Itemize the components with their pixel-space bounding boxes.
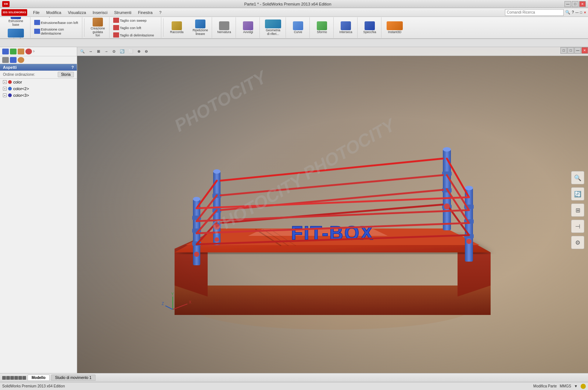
nervatura-icon — [219, 21, 229, 30]
tab-modello[interactable]: Modello — [28, 375, 50, 381]
svg-line-4 — [165, 306, 173, 309]
btn-estrusione-base[interactable]: Estrusionebase — [6, 17, 26, 27]
turnbuckle-bl — [214, 224, 220, 230]
storia-button[interactable]: Storia — [58, 72, 74, 77]
vp-win-controls: □ □ — ✕ — [560, 47, 588, 54]
btn-creazione[interactable]: Creazioneguidatafori — [88, 17, 108, 38]
menu-strumenti[interactable]: Strumenti — [111, 10, 134, 15]
vp-minus[interactable]: ⊖ — [143, 49, 149, 54]
status-bar: SolidWorks Premium 2013 x64 Edition Modi… — [0, 382, 588, 390]
sformo-label: Sformo — [317, 31, 327, 34]
aspetti-help[interactable]: ? — [71, 65, 74, 70]
panel-icons-row1: › — [0, 47, 77, 56]
tab-studio[interactable]: Studio di movimento 1 — [51, 375, 96, 381]
ring-svg: FIT-BOX — [153, 91, 513, 341]
avvolgi-label: Avvolgi — [243, 31, 253, 34]
tree-item-color3[interactable]: + color<3> — [0, 92, 77, 99]
btn-taglio-delimit[interactable]: Taglio di delimitazione — [112, 32, 159, 38]
sw-logo: SW — [2, 1, 10, 7]
units-label: MMGS — [560, 384, 571, 388]
panel-chevron[interactable]: › — [33, 49, 40, 54]
panel-icon-3[interactable] — [18, 49, 24, 54]
btn-interseca[interactable]: Interseca — [336, 21, 356, 35]
btn-instant3d[interactable]: Instant3D — [384, 21, 406, 35]
vp-prev[interactable]: ↔ — [87, 49, 94, 54]
close-icon[interactable]: ✕ — [584, 11, 587, 14]
vp-ctrl-zoom[interactable]: 🔍 — [571, 171, 584, 184]
vp-square[interactable]: ⬜ — [127, 49, 135, 54]
btn-raccorda[interactable]: Raccorda — [167, 21, 187, 35]
units-dropdown[interactable]: ▼ — [574, 384, 578, 388]
status-right: Modifica Parte MMGS ▼ — [533, 384, 586, 389]
tree-item-color1[interactable]: + color — [0, 79, 77, 85]
menu-modifica[interactable]: Modifica — [43, 10, 64, 15]
btn-sformo[interactable]: Sformo — [312, 21, 332, 35]
panel-icon-4[interactable] — [25, 49, 32, 54]
vp-circle[interactable]: ⊙ — [111, 49, 117, 54]
btn-delimit[interactable]: Estrusione con delimitazione — [33, 26, 80, 36]
vp-ctrl-back[interactable]: ⊣ — [571, 220, 584, 233]
aspetti-title: Aspetti — [3, 65, 17, 70]
menu-help[interactable]: ? — [156, 10, 164, 15]
vp-nav[interactable]: → — [103, 49, 110, 54]
btn-nervatura[interactable]: Nervatura — [214, 21, 234, 35]
expand-icon[interactable]: + — [3, 80, 7, 84]
menu-visualizza[interactable]: Visualizza — [65, 10, 89, 15]
page-btn-2[interactable] — [6, 376, 10, 380]
minimize-button[interactable]: — — [564, 1, 571, 7]
restore-icon[interactable]: □ — [580, 11, 582, 14]
tree-item-color2[interactable]: + color<2> — [0, 85, 77, 92]
turnbuckle-br — [444, 203, 450, 209]
close-button[interactable]: ✕ — [579, 1, 586, 7]
vp-plus[interactable]: ⊕ — [136, 49, 142, 54]
vp-rotate[interactable]: 🔄 — [118, 49, 126, 54]
panel-icon-2[interactable] — [10, 49, 17, 54]
vp-ctrl-settings[interactable]: ⚙ — [571, 236, 584, 249]
search-input[interactable] — [505, 9, 564, 16]
vp-zoom[interactable]: 🔍 — [79, 49, 86, 54]
page-btn-1[interactable] — [2, 376, 6, 380]
vp-grid[interactable]: ⊞ — [96, 49, 101, 54]
sformo-icon — [317, 21, 327, 30]
menu-inserisci[interactable]: Inserisci — [90, 10, 110, 15]
btn-avvolgi[interactable]: Avvolgi — [238, 21, 258, 35]
vp-controls: 🔍 🔄 ⊞ ⊣ ⚙ — [571, 171, 584, 249]
btn-loft[interactable]: Estrusione/base con loft — [33, 19, 80, 26]
btn-taglio-loft[interactable]: Taglio con loft — [112, 24, 159, 31]
btn-estrusione-rivoluzione[interactable]: Estrusione/basein rivoluzione — [3, 28, 29, 39]
page-btn-6[interactable] — [22, 376, 26, 380]
btn-geometria[interactable]: Geometriadi riferi... — [262, 19, 284, 36]
btn-taglio-sweep[interactable]: Taglio con sweep — [112, 17, 159, 24]
panel-icon-7[interactable] — [18, 57, 24, 63]
pole-top-fl — [193, 197, 200, 201]
menu-file[interactable]: File — [30, 10, 43, 15]
interseca-icon — [341, 21, 351, 30]
btn-sweep[interactable]: Estrusione/base con sweep — [33, 17, 80, 18]
minimize-icon[interactable]: — — [576, 11, 579, 14]
vp-ctrl-windows[interactable]: ⊞ — [571, 203, 584, 217]
panel-icon-5[interactable] — [2, 57, 9, 63]
btn-ripetizione[interactable]: Ripetizionelineare — [190, 19, 210, 36]
panel-icon-1[interactable] — [2, 49, 9, 54]
toolbar-group-interseca: Interseca — [334, 17, 358, 38]
menu-finestra[interactable]: Finestra — [135, 10, 155, 15]
svg-text:X: X — [189, 300, 191, 304]
expand-icon-2[interactable]: + — [3, 87, 7, 91]
ring-container: FIT-BOX — [77, 58, 588, 373]
maximize-button[interactable]: □ — [572, 1, 578, 7]
page-btn-4[interactable] — [14, 376, 18, 380]
page-btn-3[interactable] — [10, 376, 14, 380]
vp-win-max[interactable]: □ — [567, 47, 574, 54]
pole-front-right — [465, 188, 473, 262]
vp-win-min[interactable]: — — [574, 47, 581, 54]
vp-win-close[interactable]: ✕ — [581, 47, 588, 54]
taglio-sweep-icon — [113, 18, 119, 23]
panel-icon-6[interactable] — [10, 57, 17, 63]
vp-win-restore[interactable]: □ — [560, 47, 567, 54]
solidworks-logo: 3DS SOLIDWORKS — [1, 9, 27, 16]
btn-specchia[interactable]: Specchia — [360, 21, 380, 35]
page-btn-5[interactable] — [18, 376, 22, 380]
btn-curve[interactable]: Curve — [288, 21, 308, 35]
expand-icon-3[interactable]: + — [3, 93, 7, 97]
vp-ctrl-rotate[interactable]: 🔄 — [571, 187, 584, 201]
